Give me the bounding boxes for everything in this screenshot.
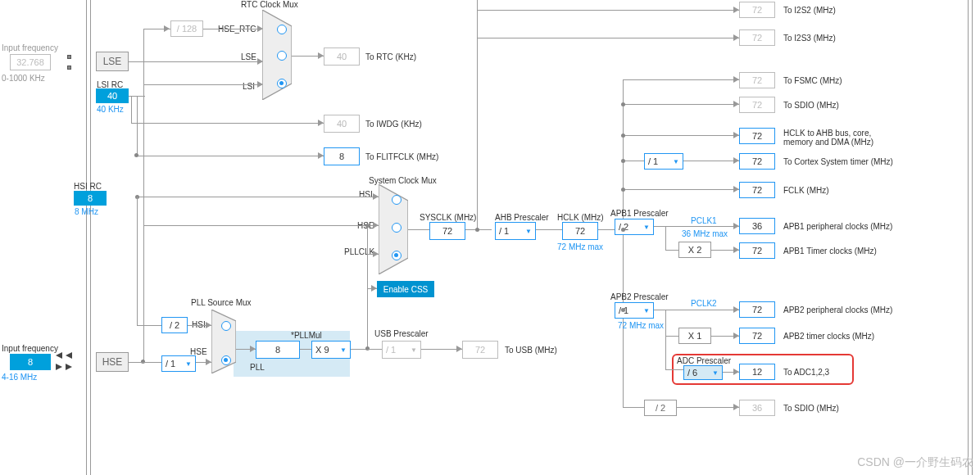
pll-mux-hsi[interactable]: [221, 321, 231, 331]
cortex-lbl: To Cortex System timer (MHz): [783, 157, 893, 166]
pclk2-lbl: PCLK2: [691, 299, 717, 308]
adc-presc-select[interactable]: / 6▼: [683, 365, 723, 380]
i2s2-lbl: To I2S2 (MHz): [783, 6, 836, 15]
lse-range: 0-1000 KHz: [2, 74, 45, 83]
usb-presc-val: / 1: [386, 345, 396, 355]
ahb-val: / 1: [499, 226, 509, 236]
apb2-periph-lbl: APB2 peripheral clocks (MHz): [783, 305, 892, 314]
lsi-value: 40: [96, 88, 129, 103]
chevron-down-icon: ▼: [525, 228, 532, 235]
chevron-down-icon: ▼: [712, 369, 719, 377]
pll-value: 8: [256, 341, 300, 359]
iwdg-label: To IWDG (KHz): [365, 120, 422, 129]
hsi-unit: 8 MHz: [75, 207, 98, 216]
pll-label: PLL: [250, 363, 265, 372]
sdio-lbl: To SDIO (MHz): [783, 101, 839, 110]
sys-mux-pll[interactable]: [392, 251, 402, 260]
hclk-value: 72: [562, 222, 598, 240]
svg-marker-2: [66, 364, 72, 370]
hse-presc-select[interactable]: / 1▼: [161, 355, 196, 372]
hse-presc-val: / 1: [166, 359, 175, 369]
apb1-periph-lbl: APB1 peripheral clocks (MHz): [783, 222, 892, 231]
usb-out: 72: [462, 341, 498, 359]
pllmul-val: X 9: [315, 345, 329, 355]
rtc-mux-lse[interactable]: [277, 51, 287, 61]
adc-out-lbl: To ADC1,2,3: [783, 368, 829, 377]
cortex-presc[interactable]: / 1▼: [644, 153, 683, 170]
apb2-timer-lbl: APB2 timer clocks (MHz): [783, 332, 874, 341]
chevron-down-icon: ▼: [340, 346, 347, 354]
chevron-down-icon: ▼: [673, 158, 679, 165]
rtc-lsi-label: LSI: [243, 82, 255, 91]
pllmul-select[interactable]: X 9▼: [311, 341, 351, 359]
hsi-div2: / 2: [161, 317, 188, 333]
pll-mux-title: PLL Source Mux: [191, 298, 252, 307]
pllmul-label: *PLLMul: [291, 331, 322, 340]
chevron-down-icon: ▼: [643, 307, 650, 314]
hclkahb-val: 72: [739, 128, 775, 144]
sys-pllclk: PLLCLK: [344, 247, 374, 256]
fclk-lbl: FCLK (MHz): [783, 186, 829, 195]
i2s2-val: 72: [739, 2, 775, 18]
apb1-timer-lbl: APB1 Timer clocks (MHz): [783, 247, 877, 256]
apb2-label: APB2 Prescaler: [610, 292, 669, 301]
hse-label: Input frequency: [2, 344, 58, 353]
svg-marker-1: [66, 352, 72, 359]
svg-marker-0: [56, 352, 62, 359]
i2s3-val: 72: [739, 29, 775, 46]
apb2-timer-val: 72: [739, 328, 775, 344]
ahb-select[interactable]: / 1▼: [495, 222, 536, 240]
pclk2-max: 72 MHz max: [618, 321, 664, 330]
sys-hsi: HSI: [359, 190, 373, 199]
usb-out-label: To USB (MHz): [505, 346, 557, 355]
rtc-lse-label: LSE: [241, 52, 256, 61]
hclk-label: HCLK (MHz): [557, 213, 604, 222]
hse-box: HSE: [96, 352, 129, 372]
rtc-mux-title: RTC Clock Mux: [241, 0, 298, 9]
lse-input[interactable]: 32.768: [10, 54, 51, 70]
apb2-timer-mul: X 1: [678, 328, 711, 344]
usb-presc-select[interactable]: / 1▼: [382, 341, 421, 359]
fclk-val: 72: [739, 182, 775, 198]
chevron-down-icon: ▼: [643, 224, 650, 231]
pclk1-max: 36 MHz max: [682, 229, 728, 238]
lse-box: LSE: [96, 52, 129, 71]
svg-marker-3: [56, 364, 62, 370]
apb1-timer-mul: X 2: [678, 242, 711, 258]
flitf-value: 8: [324, 147, 360, 165]
sysclk-label: SYSCLK (MHz): [420, 213, 476, 222]
hclkahb-l1: HCLK to AHB bus, core,: [783, 129, 871, 138]
rtc-mux-hse[interactable]: [277, 25, 287, 34]
sys-mux-hsi[interactable]: [392, 195, 402, 205]
hse-input[interactable]: 8: [10, 354, 51, 370]
fsmc-lbl: To FSMC (MHz): [783, 76, 842, 85]
fsmc-val: 72: [739, 72, 775, 88]
sdio2-lbl: To SDIO (MHz): [783, 404, 839, 413]
sysclk-value[interactable]: 72: [429, 222, 465, 240]
adc-val: 12: [739, 364, 775, 380]
i2s3-lbl: To I2S3 (MHz): [783, 34, 836, 43]
apb2-periph-val: 72: [739, 301, 775, 318]
hse-div128: / 128: [170, 20, 203, 37]
apb1-select[interactable]: / 2▼: [615, 219, 654, 235]
sdio2-presc: / 2: [644, 400, 677, 416]
chevron-down-icon: ▼: [185, 360, 192, 368]
sdio2-val: 36: [739, 400, 775, 416]
enable-css-btn[interactable]: Enable CSS: [377, 281, 434, 297]
rtc-mux-lsi[interactable]: [277, 79, 287, 88]
hsi-rc-label: HSI RC: [74, 182, 102, 191]
bidir-icon: [56, 350, 88, 374]
iwdg-value: 40: [324, 115, 360, 133]
sys-mux-hse[interactable]: [392, 223, 402, 233]
flitf-label: To FLITFCLK (MHz): [365, 152, 438, 161]
hclk-max: 72 MHz max: [557, 242, 603, 251]
lse-label: Input frequency: [2, 43, 58, 52]
pll-mux-hse[interactable]: [221, 355, 231, 365]
lsi-unit: 40 KHz: [97, 105, 124, 114]
cortex-val: 72: [739, 153, 775, 170]
adc-presc-label: ADC Prescaler: [677, 356, 731, 365]
hsi-value: 8: [74, 191, 107, 206]
hclkahb-l2: memory and DMA (MHz): [783, 138, 873, 147]
conn-lse: [67, 55, 72, 70]
ahb-label: AHB Prescaler: [495, 213, 549, 222]
